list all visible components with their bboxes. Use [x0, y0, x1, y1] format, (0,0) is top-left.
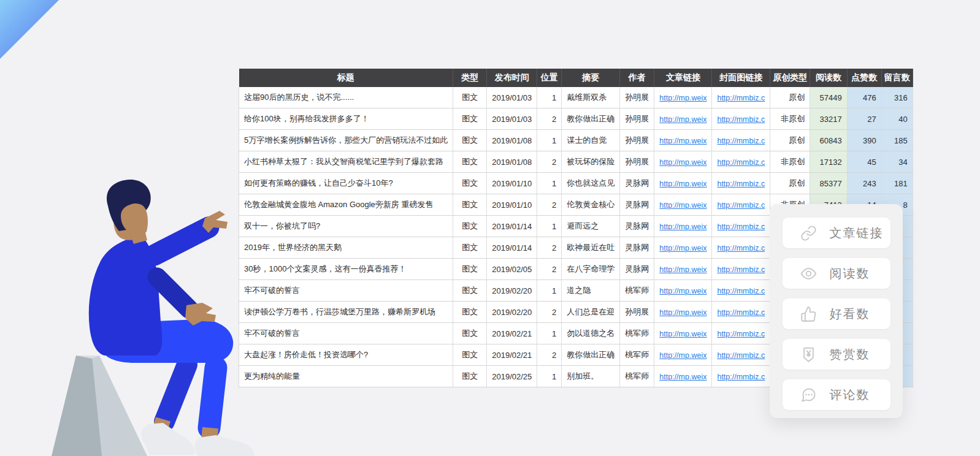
cell-type: 图文	[453, 151, 487, 173]
cell-cover: http://mmbiz.c	[712, 259, 770, 280]
cell-link: http://mp.weix	[654, 259, 712, 280]
cell-summary: 道之隐	[562, 280, 620, 302]
cell-summary: 勿以道德之名	[562, 323, 620, 344]
column-header-reads: 阅读数	[810, 69, 847, 87]
cell-author: 灵脉网	[620, 237, 654, 259]
cover-link[interactable]: http://mmbiz.c	[717, 222, 765, 231]
column-header-date: 发布时间	[487, 69, 537, 87]
corner-decoration	[0, 0, 59, 59]
article-link[interactable]: http://mp.weix	[659, 201, 706, 210]
article-link[interactable]: http://mp.weix	[659, 373, 706, 381]
article-link[interactable]: http://mp.weix	[659, 308, 706, 317]
table-row: 5万字增长案例拆解告诉你，那些大厂的营销玩法不过如此图文2019/01/081谋…	[239, 130, 913, 151]
cover-link[interactable]: http://mmbiz.c	[717, 158, 765, 167]
cell-title: 伦敦金融城黄金腹地 Amazon Google旁新房 重磅发售	[239, 194, 453, 216]
cover-link[interactable]: http://mmbiz.c	[717, 94, 765, 102]
cover-link[interactable]: http://mmbiz.c	[717, 137, 765, 145]
cell-pos: 1	[537, 87, 562, 108]
cell-link: http://mp.weix	[654, 194, 712, 216]
cell-title: 2019年，世界经济的黑天鹅	[239, 237, 453, 259]
link-icon	[800, 225, 817, 241]
cell-reads: 85377	[810, 173, 847, 194]
column-header-link: 文章链接	[654, 69, 712, 87]
cell-title: 双十一，你被坑了吗?	[239, 216, 453, 237]
option-like-count[interactable]: 好看数	[783, 298, 890, 329]
cell-summary: 避而远之	[562, 216, 620, 237]
cover-link[interactable]: http://mmbiz.c	[717, 201, 765, 210]
column-header-title: 标题	[239, 69, 453, 87]
person-head	[107, 180, 151, 244]
cell-link: http://mp.weix	[654, 216, 712, 237]
cell-pos: 1	[537, 366, 562, 387]
cover-link[interactable]: http://mmbiz.c	[717, 308, 765, 317]
cell-cover: http://mmbiz.c	[712, 87, 770, 108]
cover-link[interactable]: http://mmbiz.c	[717, 330, 765, 338]
cell-cover: http://mmbiz.c	[712, 302, 770, 323]
cover-link[interactable]: http://mmbiz.c	[717, 351, 765, 360]
cell-cover: http://mmbiz.c	[712, 237, 770, 259]
article-link[interactable]: http://mp.weix	[659, 351, 706, 360]
option-comment-count[interactable]: 评论数	[783, 379, 890, 410]
cell-cover: http://mmbiz.c	[712, 366, 770, 387]
option-read-count[interactable]: 阅读数	[783, 258, 890, 289]
article-link[interactable]: http://mp.weix	[659, 94, 706, 102]
cell-summary: 被玩坏的保险	[562, 151, 620, 173]
cell-title: 更为精纯的能量	[239, 366, 453, 387]
cell-date: 2019/01/08	[487, 130, 537, 151]
cell-author: 桃军师	[620, 323, 654, 344]
cell-summary: 别加班。	[562, 366, 620, 387]
cell-type: 图文	[453, 237, 487, 259]
cell-title: 5万字增长案例拆解告诉你，那些大厂的营销玩法不过如此	[239, 130, 453, 151]
cell-summary: 谋士的自觉	[562, 130, 620, 151]
cell-date: 2019/02/21	[487, 323, 537, 344]
cover-link[interactable]: http://mmbiz.c	[717, 180, 765, 188]
cell-pos: 1	[537, 323, 562, 344]
cell-pos: 1	[537, 216, 562, 237]
cell-date: 2019/01/03	[487, 108, 537, 130]
cell-reads: 17132	[810, 151, 847, 173]
cell-author: 桃军师	[620, 280, 654, 302]
cell-likes: 390	[847, 130, 881, 151]
article-link[interactable]: http://mp.weix	[659, 287, 706, 295]
cell-likes: 243	[847, 173, 881, 194]
article-link[interactable]: http://mp.weix	[659, 137, 706, 145]
cell-date: 2019/02/05	[487, 259, 537, 280]
cell-author: 灵脉网	[620, 216, 654, 237]
article-link[interactable]: http://mp.weix	[659, 115, 706, 124]
cell-type: 图文	[453, 302, 487, 323]
cell-title: 大盘起涨！房价走低！投资选哪个?	[239, 344, 453, 366]
cell-link: http://mp.weix	[654, 366, 712, 387]
cell-author: 孙明展	[620, 130, 654, 151]
cell-author: 桃军师	[620, 344, 654, 366]
cell-author: 灵脉网	[620, 194, 654, 216]
table-row: 小红书种草太狠了：我从交智商税笔记里学到了爆款套路图文2019/01/082被玩…	[239, 151, 913, 173]
cell-date: 2019/02/21	[487, 344, 537, 366]
table-header-row: 标题类型发布时间位置摘要作者文章链接封面图链接原创类型阅读数点赞数留言数	[239, 69, 913, 87]
article-link[interactable]: http://mp.weix	[659, 180, 706, 188]
cell-title: 这届90后的黑历史，说不完......	[239, 87, 453, 108]
cover-link[interactable]: http://mmbiz.c	[717, 287, 765, 295]
cell-reads: 33217	[810, 108, 847, 130]
cell-comments: 34	[881, 151, 913, 173]
option-reward-count[interactable]: 赞赏数	[783, 339, 890, 370]
cover-link[interactable]: http://mmbiz.c	[717, 265, 765, 274]
cell-cover: http://mmbiz.c	[712, 130, 770, 151]
cell-date: 2019/02/25	[487, 366, 537, 387]
cell-likes: 45	[847, 151, 881, 173]
cell-summary: 教你做出正确	[562, 344, 620, 366]
table-row: 这届90后的黑历史，说不完......图文2019/01/031戴维斯双杀孙明展…	[239, 87, 913, 108]
article-link[interactable]: http://mp.weix	[659, 222, 706, 231]
cover-link[interactable]: http://mmbiz.c	[717, 244, 765, 253]
cell-likes: 27	[847, 108, 881, 130]
cover-link[interactable]: http://mmbiz.c	[717, 373, 765, 381]
article-link[interactable]: http://mp.weix	[659, 265, 706, 274]
cell-link: http://mp.weix	[654, 87, 712, 108]
option-article-link[interactable]: 文章链接	[783, 218, 890, 248]
article-link[interactable]: http://mp.weix	[659, 158, 706, 167]
article-link[interactable]: http://mp.weix	[659, 244, 706, 253]
article-link[interactable]: http://mp.weix	[659, 330, 706, 338]
cell-author: 孙明展	[620, 151, 654, 173]
cover-link[interactable]: http://mmbiz.c	[717, 115, 765, 124]
cell-cover: http://mmbiz.c	[712, 280, 770, 302]
cell-type: 图文	[453, 344, 487, 366]
